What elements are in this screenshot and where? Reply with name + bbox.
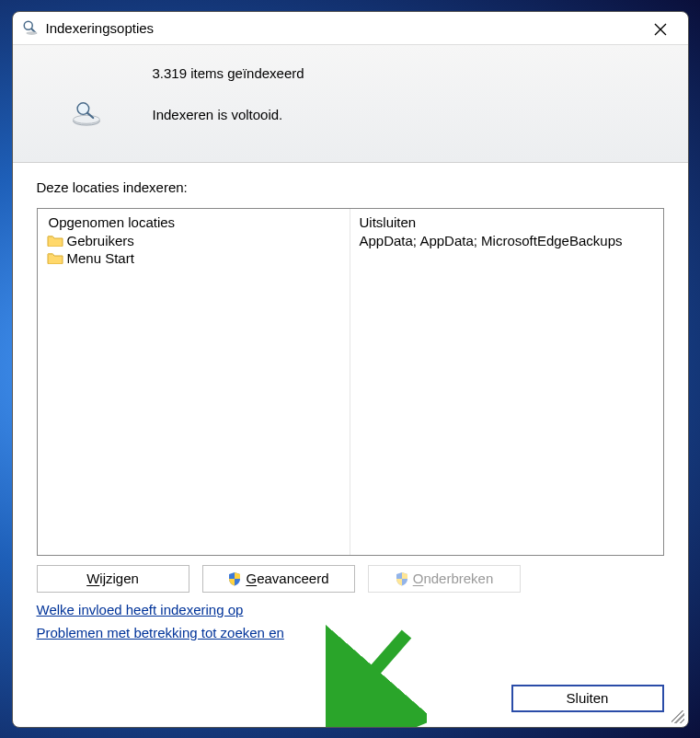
close-button[interactable]: Sluiten	[511, 685, 664, 712]
button-label: Onderbreken	[413, 571, 494, 586]
titlebar: Indexeringsopties	[13, 12, 688, 45]
help-links: Welke invloed heeft indexering op Proble…	[37, 602, 664, 640]
button-label: Wijzigen	[86, 571, 139, 586]
indexing-options-icon	[22, 19, 39, 36]
shield-icon	[395, 571, 409, 586]
locations-label: Deze locaties indexeren:	[37, 179, 664, 195]
svg-point-4	[73, 115, 99, 123]
indexed-count: 3.319 items geïndexeerd	[153, 65, 688, 81]
advanced-button[interactable]: Geavanceerd	[202, 565, 355, 593]
magnifier-drive-icon	[70, 101, 103, 129]
help-link-influence[interactable]: Welke invloed heeft indexering op	[37, 602, 244, 617]
list-item[interactable]: Gebruikers	[47, 232, 340, 249]
list-item-label: Gebruikers	[67, 233, 134, 248]
pause-button: Onderbreken	[368, 565, 521, 593]
window-title: Indexeringsopties	[46, 20, 155, 36]
indexing-status-text: Indexeren is voltooid.	[153, 107, 283, 122]
resize-grip[interactable]	[671, 710, 684, 723]
footer: Sluiten	[13, 685, 688, 727]
svg-point-2	[26, 31, 37, 35]
folder-icon	[47, 234, 63, 247]
status-header: 3.319 items geïndexeerd Indexeren is vol…	[13, 45, 688, 163]
list-item[interactable]: Menu Start	[47, 249, 340, 267]
exclude-column: Uitsluiten AppData; AppData; MicrosoftEd…	[350, 209, 663, 555]
indexing-options-window: Indexeringsopties 3.319 items geïndexeer…	[12, 11, 689, 728]
button-label: Geavanceerd	[246, 571, 328, 586]
exclude-header: Uitsluiten	[360, 214, 654, 232]
locations-list: Opgenomen locaties Gebruikers Menu Start…	[37, 208, 664, 556]
modify-button[interactable]: Wijzigen	[37, 565, 189, 593]
shield-icon	[227, 571, 242, 586]
close-window-button[interactable]	[640, 16, 681, 43]
list-item-label: Menu Start	[67, 250, 134, 266]
body-area: Deze locaties indexeren: Opgenomen locat…	[13, 163, 688, 685]
included-header: Opgenomen locaties	[47, 214, 340, 232]
folder-icon	[47, 251, 63, 264]
button-row: Wijzigen Geavanceerd Onderbreken	[37, 565, 664, 593]
exclude-text: AppData; AppData; MicrosoftEdgeBackups	[360, 232, 654, 249]
included-column: Opgenomen locaties Gebruikers Menu Start	[38, 209, 350, 555]
help-link-troubleshoot[interactable]: Problemen met betrekking tot zoeken en	[37, 625, 284, 640]
